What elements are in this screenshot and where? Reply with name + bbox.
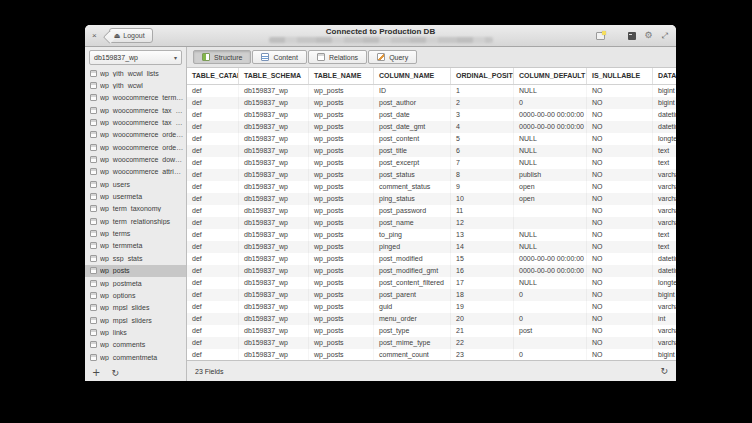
table-row[interactable]: defdb159837_wpwp_postsguid19NOvarchar <box>187 301 676 313</box>
column-header-data_type[interactable]: DATA_TYPE <box>653 68 676 84</box>
logout-button[interactable]: ⏏ Logout <box>109 28 153 43</box>
sidebar-item-wp_links[interactable]: wp_links <box>85 326 186 338</box>
tab-structure[interactable]: Structure <box>193 50 251 64</box>
cell: def <box>187 157 239 169</box>
cell: wp_posts <box>309 289 374 301</box>
sidebar-item-label: wp_termmeta <box>100 242 186 249</box>
sidebar-item-wp_term_taxonomy[interactable]: wp_term_taxonomy <box>85 203 186 215</box>
sidebar-item-wp_posts[interactable]: wp_posts <box>85 265 186 277</box>
column-header-table_schema[interactable]: TABLE_SCHEMA <box>239 68 309 84</box>
table-icon <box>90 205 97 212</box>
table-row[interactable]: defdb159837_wpwp_postspost_password11NOv… <box>187 205 676 217</box>
sidebar-item-wp_commentmeta[interactable]: wp_commentmeta <box>85 351 186 363</box>
close-window-icon[interactable]: × <box>92 32 97 40</box>
table-row[interactable]: defdb159837_wpwp_postspost_content5NULLN… <box>187 133 676 145</box>
sidebar-item-wp_postmeta[interactable]: wp_postmeta <box>85 277 186 289</box>
sidebar-item-wp_usermeta[interactable]: wp_usermeta <box>85 190 186 202</box>
table-row[interactable]: defdb159837_wpwp_poststo_ping13NULLNOtex… <box>187 229 676 241</box>
refresh-results-icon[interactable]: ↻ <box>660 367 668 376</box>
reload-tables-icon[interactable]: ↻ <box>111 369 119 378</box>
sidebar-item-wp_term_relationships[interactable]: wp_term_relationships <box>85 215 186 227</box>
table-row[interactable]: defdb159837_wpwp_postspost_title6NULLNOt… <box>187 145 676 157</box>
database-selector[interactable]: db159837_wp ▾ <box>89 50 182 65</box>
table-row[interactable]: defdb159837_wpwp_postspost_mime_type22NO… <box>187 337 676 349</box>
sidebar-item-wp_yith_wcwl[interactable]: wp_yith_wcwl <box>85 79 186 91</box>
sidebar-item-label: wp_yith_wcwl_lists <box>100 70 186 77</box>
table-row[interactable]: defdb159837_wpwp_postspost_author20NObig… <box>187 97 676 109</box>
cell: NO <box>587 109 653 121</box>
sidebar-item-label: wp_term_taxonomy <box>100 205 186 212</box>
sidebar-item-wp_users[interactable]: wp_users <box>85 178 186 190</box>
cell: db159837_wp <box>239 109 309 121</box>
cell: datetime <box>653 121 676 133</box>
cell: NO <box>587 85 653 97</box>
sidebar-item-wp_woocommerce_tax_rates[interactable]: wp_woocommerce_tax_rates <box>85 116 186 128</box>
cell: post_parent <box>374 289 451 301</box>
sidebar-item-wp_woocommerce_attribute_taxonomies[interactable]: wp_woocommerce_attribute_taxonomies <box>85 166 186 178</box>
column-header-ordinal_position[interactable]: ORDINAL_POSITION <box>451 68 514 84</box>
sidebar-item-wp_mpsl_slides[interactable]: wp_mpsl_slides <box>85 302 186 314</box>
cell: 2 <box>451 97 514 109</box>
table-row[interactable]: defdb159837_wpwp_postspost_content_filte… <box>187 277 676 289</box>
cell: wp_posts <box>309 265 374 277</box>
sidebar-item-wp_comments[interactable]: wp_comments <box>85 339 186 351</box>
tab-relations[interactable]: Relations <box>308 50 367 64</box>
add-connection-icon[interactable]: + <box>92 368 100 378</box>
sidebar-item-wp_yith_wcwl_lists[interactable]: wp_yith_wcwl_lists <box>85 67 186 79</box>
table-row[interactable]: defdb159837_wpwp_postspost_date30000-00-… <box>187 109 676 121</box>
sidebar-item-wp_options[interactable]: wp_options <box>85 289 186 301</box>
fullscreen-icon[interactable]: ⤢ <box>662 32 668 40</box>
tab-content[interactable]: Content <box>252 50 307 64</box>
sidebar-item-wp_woocommerce_downloadable_product_permissions[interactable]: wp_woocommerce_downloadable_product_perm… <box>85 153 186 165</box>
table-row[interactable]: defdb159837_wpwp_postsping_status10openN… <box>187 193 676 205</box>
cell: longtext <box>653 277 676 289</box>
sidebar-item-wp_termmeta[interactable]: wp_termmeta <box>85 240 186 252</box>
cell: NO <box>587 169 653 181</box>
tab-query[interactable]: Query <box>368 50 417 64</box>
cell: def <box>187 121 239 133</box>
sidebar-item-wp_woocommerce_tax_rate_locations[interactable]: wp_woocommerce_tax_rate_locations <box>85 104 186 116</box>
column-header-is_nullable[interactable]: IS_NULLABLE <box>587 68 653 84</box>
settings-gear-icon[interactable]: ⚙ <box>645 31 653 40</box>
table-row[interactable]: defdb159837_wpwp_postspinged14NULLNOtext <box>187 241 676 253</box>
sidebar-item-label: wp_mpsl_slides <box>100 304 186 311</box>
table-row[interactable]: defdb159837_wpwp_postsID1NULLNObigint <box>187 85 676 97</box>
cell: post_status <box>374 169 451 181</box>
terminal-icon[interactable] <box>628 32 636 40</box>
cell: def <box>187 217 239 229</box>
table-row[interactable]: defdb159837_wpwp_postscomment_count230NO… <box>187 349 676 360</box>
table-row[interactable]: defdb159837_wpwp_postscomment_status9ope… <box>187 181 676 193</box>
column-header-table_catalog[interactable]: TABLE_CATALOG <box>187 68 239 84</box>
table-icon <box>90 280 97 287</box>
sidebar-item-wp_mpsl_sliders[interactable]: wp_mpsl_sliders <box>85 314 186 326</box>
table-icon <box>90 181 97 188</box>
table-row[interactable]: defdb159837_wpwp_postspost_date_gmt40000… <box>187 121 676 133</box>
sidebar-item-wp_woocommerce_order_items[interactable]: wp_woocommerce_order_items <box>85 129 186 141</box>
cell: def <box>187 325 239 337</box>
table-row[interactable]: defdb159837_wpwp_postspost_modified15000… <box>187 253 676 265</box>
sidebar-item-label: wp_links <box>100 329 186 336</box>
table-icon <box>90 230 97 237</box>
sidebar-item-wp_ssp_stats[interactable]: wp_ssp_stats <box>85 252 186 264</box>
new-connection-icon[interactable] <box>596 32 605 40</box>
column-header-column_default[interactable]: COLUMN_DEFAULT <box>514 68 587 84</box>
cell: post_modified_gmt <box>374 265 451 277</box>
cell: NO <box>587 121 653 133</box>
table-row[interactable]: defdb159837_wpwp_postspost_type21postNOv… <box>187 325 676 337</box>
sidebar-item-wp_woocommerce_order_itemmeta[interactable]: wp_woocommerce_order_itemmeta <box>85 141 186 153</box>
cell: db159837_wp <box>239 85 309 97</box>
cell: 0 <box>514 289 587 301</box>
table-row[interactable]: defdb159837_wpwp_postspost_parent180NObi… <box>187 289 676 301</box>
table-row[interactable]: defdb159837_wpwp_postsmenu_order200NOint <box>187 313 676 325</box>
cell: 5 <box>451 133 514 145</box>
column-header-table_name[interactable]: TABLE_NAME <box>309 68 374 84</box>
sidebar-item-wp_woocommerce_termmeta[interactable]: wp_woocommerce_termmeta <box>85 92 186 104</box>
sidebar-item-wp_terms[interactable]: wp_terms <box>85 227 186 239</box>
column-header-column_name[interactable]: COLUMN_NAME <box>374 68 451 84</box>
table-row[interactable]: defdb159837_wpwp_postspost_name12NOvarch… <box>187 217 676 229</box>
cell: NO <box>587 265 653 277</box>
table-row[interactable]: defdb159837_wpwp_postspost_excerpt7NULLN… <box>187 157 676 169</box>
cell: varchar <box>653 205 676 217</box>
table-row[interactable]: defdb159837_wpwp_postspost_modified_gmt1… <box>187 265 676 277</box>
table-row[interactable]: defdb159837_wpwp_postspost_status8publis… <box>187 169 676 181</box>
